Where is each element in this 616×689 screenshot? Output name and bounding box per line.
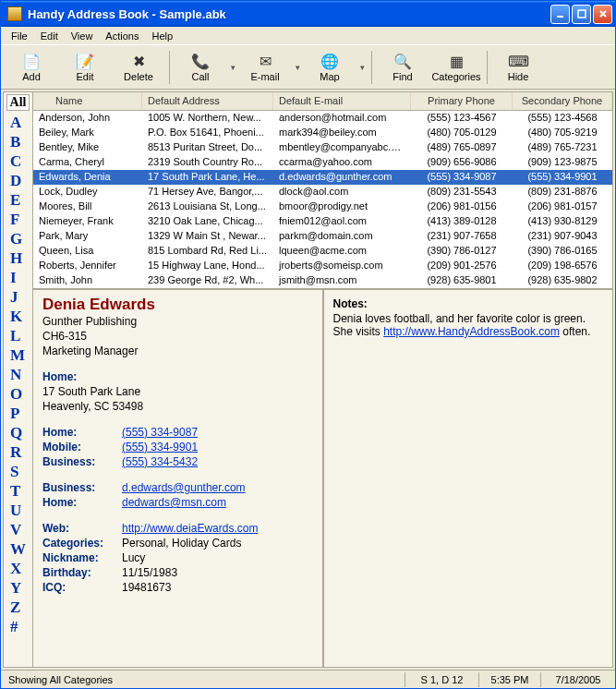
alpha-H[interactable]: H — [10, 248, 26, 268]
cell-p2: (390) 786-0165 — [513, 244, 612, 259]
menu-view[interactable]: View — [65, 29, 100, 43]
notes-link[interactable]: http://www.HandyAddressBook.com — [383, 325, 560, 338]
alpha-O[interactable]: O — [10, 384, 26, 404]
table-row[interactable]: Queen, Lisa815 Lombard Rd, Red Li...lque… — [33, 244, 612, 259]
alpha-Y[interactable]: Y — [10, 578, 26, 598]
alpha-N[interactable]: N — [10, 365, 26, 384]
email-label: Home: — [42, 495, 122, 510]
table-row[interactable]: Lock, Dudley71 Hersey Ave, Bangor,...dlo… — [33, 185, 612, 199]
alpha-Z[interactable]: Z — [10, 598, 26, 617]
alpha-L[interactable]: L — [10, 326, 26, 345]
close-button[interactable] — [593, 5, 612, 24]
table-row[interactable]: Roberts, Jennifer15 Highway Lane, Hond..… — [33, 259, 612, 273]
menu-file[interactable]: File — [5, 29, 34, 43]
alpha-F[interactable]: F — [10, 210, 26, 229]
table-row[interactable]: Anderson, John1005 W. Northern, New...an… — [33, 111, 612, 126]
svg-rect-0 — [557, 16, 563, 18]
misc-label: ICQ: — [42, 580, 122, 595]
alpha-J[interactable]: J — [10, 287, 26, 307]
find-button[interactable]: 🔍Find — [376, 48, 429, 87]
misc-value[interactable]: http://www.deiaEwards.com — [122, 521, 258, 536]
svg-rect-1 — [578, 10, 586, 18]
cell-email: anderson@hotmail.com — [273, 111, 411, 126]
menu-help[interactable]: Help — [145, 29, 179, 43]
maximize-button[interactable] — [572, 5, 591, 24]
home-address-line1: 17 South Park Lane — [42, 384, 313, 399]
alpha-G[interactable]: G — [10, 229, 26, 248]
grid-header: Name Default Address Default E-mail Prim… — [33, 92, 612, 111]
cell-email: mbentley@companyabc.com — [273, 140, 411, 155]
table-row[interactable]: Niemeyer, Frank3210 Oak Lane, Chicag...f… — [33, 214, 612, 229]
table-row[interactable]: Park, Mary1329 W Main St , Newar...parkm… — [33, 229, 612, 244]
email-dropdown[interactable]: ▾ — [292, 63, 303, 72]
cell-name: Anderson, John — [33, 111, 142, 126]
phone-link[interactable]: (555) 334-9087 — [122, 425, 198, 440]
cell-addr: 1329 W Main St , Newar... — [142, 229, 273, 244]
map-dropdown[interactable]: ▾ — [356, 63, 368, 72]
cell-p1: (390) 786-0127 — [411, 244, 513, 259]
alpha-S[interactable]: S — [10, 462, 26, 481]
phone-link[interactable]: (555) 334-9901 — [122, 440, 198, 454]
alpha-all[interactable]: All — [6, 94, 30, 111]
content-area: All ABCDEFGHIJKLMNOPQRSTUVWXYZ# Name Def… — [3, 91, 613, 668]
cell-email: jroberts@someisp.com — [273, 259, 411, 273]
alpha-X[interactable]: X — [10, 559, 26, 578]
table-row[interactable]: Moores, Bill2613 Louisiana St, Long...bm… — [33, 199, 612, 214]
email-link[interactable]: d.edwards@gunther.com — [122, 480, 246, 495]
misc-value: Lucy — [122, 550, 145, 565]
cell-p2: (909) 123-9875 — [513, 155, 612, 170]
misc-label: Categories: — [42, 536, 122, 550]
add-button[interactable]: 📄Add — [5, 48, 58, 87]
alpha-P[interactable]: P — [10, 404, 26, 423]
cell-p1: (231) 907-7658 — [411, 229, 513, 244]
table-row[interactable]: Bentley, Mike8513 Puritan Street, Do...m… — [33, 140, 612, 155]
alpha-D[interactable]: D — [10, 171, 26, 190]
cell-p1: (928) 635-9801 — [411, 273, 513, 288]
header-secondary-phone[interactable]: Secondary Phone — [513, 92, 612, 110]
table-row[interactable]: Beiley, MarkP.O. Box 51641, Phoeni...mar… — [33, 126, 612, 140]
table-row[interactable]: Smith, John239 George Rd, #2, Wh...jsmit… — [33, 273, 612, 288]
cell-p1: (489) 765-0897 — [411, 140, 513, 155]
add-icon: 📄 — [22, 53, 41, 71]
alpha-K[interactable]: K — [10, 307, 26, 326]
alpha-C[interactable]: C — [10, 151, 26, 171]
header-email[interactable]: Default E-mail — [273, 92, 411, 110]
alpha-#[interactable]: # — [10, 617, 26, 636]
cell-addr: 71 Hersey Ave, Bangor,... — [142, 185, 273, 199]
alpha-E[interactable]: E — [10, 190, 26, 210]
menu-actions[interactable]: Actions — [99, 29, 145, 43]
call-button[interactable]: 📞Call — [174, 48, 227, 87]
email-link[interactable]: dedwards@msn.com — [122, 495, 226, 510]
alpha-Q[interactable]: Q — [10, 423, 26, 442]
alpha-I[interactable]: I — [10, 268, 26, 287]
hide-button[interactable]: ⌨Hide — [491, 48, 545, 87]
alpha-T[interactable]: T — [10, 481, 26, 501]
alpha-V[interactable]: V — [10, 520, 26, 539]
header-primary-phone[interactable]: Primary Phone — [411, 92, 513, 110]
cell-p1: (909) 656-9086 — [411, 155, 513, 170]
cell-addr: 239 George Rd, #2, Wh... — [142, 273, 273, 288]
alpha-U[interactable]: U — [10, 501, 26, 520]
alpha-nav: All ABCDEFGHIJKLMNOPQRSTUVWXYZ# — [4, 92, 33, 667]
alpha-A[interactable]: A — [10, 113, 26, 132]
categories-button[interactable]: ▦Categories — [429, 48, 483, 87]
call-dropdown[interactable]: ▾ — [227, 63, 238, 72]
minimize-button[interactable] — [550, 5, 570, 24]
phone-link[interactable]: (555) 334-5432 — [122, 454, 198, 469]
delete-button[interactable]: ✖Delete — [112, 48, 165, 87]
alpha-W[interactable]: W — [10, 539, 26, 559]
email-label: Business: — [42, 480, 122, 495]
email-button[interactable]: ✉E-mail — [238, 48, 292, 87]
status-bar: Showing All Categories S 1, D 12 5:35 PM… — [1, 670, 615, 688]
table-row[interactable]: Carma, Cheryl2319 South Country Ro...cca… — [33, 155, 612, 170]
menu-edit[interactable]: Edit — [34, 29, 65, 43]
map-button[interactable]: 🌐Map — [303, 48, 356, 87]
alpha-R[interactable]: R — [10, 442, 26, 462]
edit-button[interactable]: 📝Edit — [58, 48, 112, 87]
alpha-B[interactable]: B — [10, 132, 26, 151]
table-row[interactable]: Edwards, Denia17 South Park Lane, He...d… — [33, 170, 612, 185]
header-name[interactable]: Name — [33, 92, 142, 110]
alpha-M[interactable]: M — [10, 345, 26, 365]
phone-label: Mobile: — [42, 440, 122, 454]
header-address[interactable]: Default Address — [142, 92, 273, 110]
